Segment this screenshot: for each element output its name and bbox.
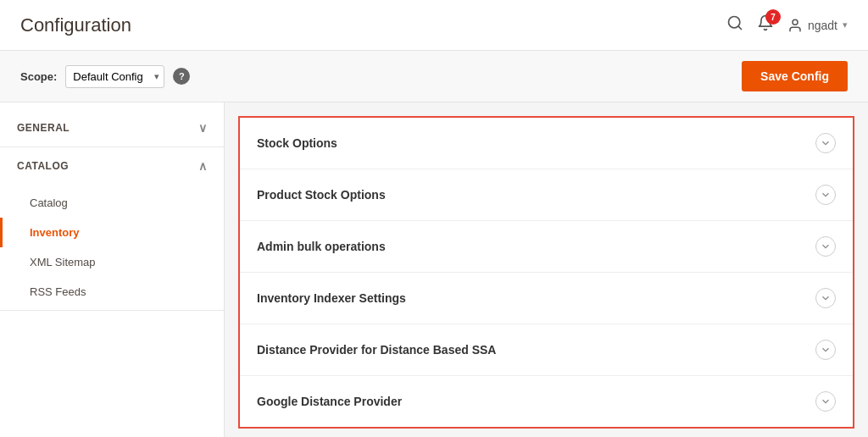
content-area: Stock Options Product Stock Options Admi… (225, 102, 868, 437)
chevron-up-icon: ∧ (198, 159, 208, 173)
scope-select[interactable]: Default Config (65, 65, 164, 88)
top-header: Configuration 7 ngadt ▾ (0, 0, 868, 51)
user-dropdown-chevron: ▾ (843, 19, 848, 30)
collapse-icon-indexer-settings[interactable] (815, 288, 836, 308)
sidebar: GENERAL ∨ CATALOG ∧ Catalog Inventory XM… (0, 102, 225, 437)
sidebar-item-catalog[interactable]: Catalog (0, 188, 224, 218)
sidebar-item-xml-sitemap[interactable]: XML Sitemap (0, 247, 224, 277)
config-item-indexer-settings[interactable]: Inventory Indexer Settings (240, 273, 853, 324)
collapse-icon-stock-options[interactable] (815, 133, 836, 153)
config-item-distance-provider-ssa[interactable]: Distance Provider for Distance Based SSA (240, 324, 853, 376)
config-item-product-stock-options[interactable]: Product Stock Options (240, 169, 853, 221)
collapse-icon-admin-bulk[interactable] (815, 236, 836, 257)
svg-point-2 (793, 19, 798, 25)
header-actions: 7 ngadt ▾ (726, 14, 848, 36)
svg-line-1 (738, 26, 742, 30)
sidebar-section-catalog: CATALOG ∧ Catalog Inventory XML Sitemap … (0, 147, 224, 311)
config-item-admin-bulk[interactable]: Admin bulk operations (240, 221, 853, 273)
notification-button[interactable]: 7 (757, 14, 774, 36)
sidebar-section-header-catalog[interactable]: CATALOG ∧ (0, 147, 224, 185)
chevron-down-icon: ∨ (198, 121, 208, 135)
sidebar-item-inventory[interactable]: Inventory (0, 218, 224, 247)
notification-badge: 7 (765, 9, 781, 25)
scope-area: Scope: Default Config ? (20, 65, 190, 88)
toolbar: Scope: Default Config ? Save Config (0, 51, 868, 102)
config-item-label: Stock Options (257, 136, 337, 150)
sidebar-catalog-items: Catalog Inventory XML Sitemap RSS Feeds (0, 185, 224, 310)
user-name: ngadt (808, 19, 837, 32)
config-item-label: Inventory Indexer Settings (257, 291, 406, 305)
user-menu-button[interactable]: ngadt ▾ (787, 18, 848, 33)
page-title: Configuration (20, 14, 131, 36)
sidebar-item-rss-feeds[interactable]: RSS Feeds (0, 277, 224, 307)
collapse-icon-product-stock-options[interactable] (815, 185, 836, 205)
config-item-stock-options[interactable]: Stock Options (240, 118, 853, 169)
sidebar-section-label-general: GENERAL (17, 122, 70, 134)
main-layout: GENERAL ∨ CATALOG ∧ Catalog Inventory XM… (0, 102, 868, 437)
config-section: Stock Options Product Stock Options Admi… (238, 116, 854, 429)
collapse-icon-distance-provider-ssa[interactable] (815, 340, 836, 360)
save-config-button[interactable]: Save Config (742, 61, 848, 91)
user-icon (787, 18, 803, 33)
help-icon[interactable]: ? (173, 68, 190, 85)
config-item-label: Google Distance Provider (257, 395, 402, 408)
search-button[interactable] (726, 14, 743, 36)
scope-label: Scope: (20, 70, 57, 83)
collapse-icon-google-distance-provider[interactable] (815, 391, 836, 412)
config-item-google-distance-provider[interactable]: Google Distance Provider (240, 376, 853, 427)
sidebar-section-header-general[interactable]: GENERAL ∨ (0, 109, 224, 147)
config-item-label: Admin bulk operations (257, 240, 386, 253)
config-item-label: Distance Provider for Distance Based SSA (257, 343, 496, 357)
sidebar-section-label-catalog: CATALOG (17, 160, 69, 172)
scope-dropdown-wrapper: Default Config (65, 65, 164, 88)
sidebar-section-general: GENERAL ∨ (0, 109, 224, 147)
config-item-label: Product Stock Options (257, 188, 386, 202)
